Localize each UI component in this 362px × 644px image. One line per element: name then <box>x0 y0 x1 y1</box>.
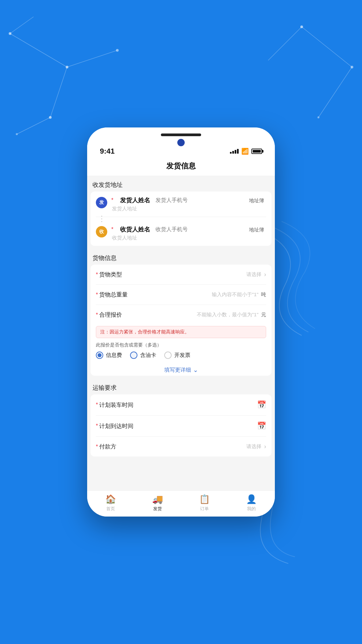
goods-section-label: 货物信息 <box>87 249 275 265</box>
sender-content: * 发货人姓名 发货人手机号 发货人地址 <box>111 196 247 212</box>
price-options-row: 信息费 含油卡 开发票 <box>96 352 266 359</box>
address-card: 发 * 发货人姓名 发货人手机号 发货人地址 地址簿 <box>90 192 272 246</box>
price-note: 注：因运力紧张，合理价格才能高速响应。 <box>96 326 266 338</box>
receiver-phone-label: 收货人手机号 <box>156 226 188 233</box>
fill-more-btn[interactable]: 填写更详细 ⌄ <box>96 362 266 376</box>
radio-invoice[interactable] <box>164 352 172 359</box>
nav-ship-label: 发货 <box>153 506 162 512</box>
chevron-right-icon: › <box>264 271 266 278</box>
goods-type-row[interactable]: * 货物类型 请选择 › <box>96 265 266 285</box>
page-content[interactable]: 收发货地址 发 * 发货人姓名 发货人手机号 发货人地址 地址簿 <box>87 176 275 490</box>
option-info-fee-label: 信息费 <box>106 352 122 359</box>
sender-address-placeholder: 发货人地址 <box>111 206 137 211</box>
svg-line-12 <box>268 27 302 60</box>
svg-point-14 <box>351 66 353 68</box>
goods-weight-label: * 货物总重量 <box>96 291 129 299</box>
payment-label: * 付款方 <box>96 443 129 450</box>
payment-row[interactable]: * 付款方 请选择 › <box>96 437 266 457</box>
goods-weight-input[interactable]: 输入内容不能小于"1" <box>129 291 258 298</box>
receiver-content: * 收货人姓名 收货人手机号 收货人地址 <box>111 225 247 241</box>
receiver-name-label: 收货人姓名 <box>120 225 150 233</box>
receiver-avatar: 收 <box>96 226 107 237</box>
nav-mine-label: 我的 <box>247 506 256 512</box>
load-time-label: * 计划装车时间 <box>96 401 133 409</box>
svg-line-11 <box>318 67 352 117</box>
option-invoice[interactable]: 开发票 <box>164 352 190 359</box>
phone-top-bar: 9:41 📶 <box>87 127 275 158</box>
home-icon: 🏠 <box>105 494 116 504</box>
radio-fuel-card[interactable] <box>130 352 137 359</box>
nav-home-label: 首页 <box>106 506 115 512</box>
goods-card: * 货物类型 请选择 › * 货物总重量 输入内容不能小于"1" 吨 * 合理报 <box>90 265 272 376</box>
svg-line-0 <box>10 34 67 67</box>
transport-section-label: 运输要求 <box>87 379 275 394</box>
svg-point-8 <box>116 49 119 52</box>
weight-unit: 吨 <box>261 291 266 298</box>
page-header: 发货信息 <box>87 158 275 176</box>
arrive-time-row[interactable]: * 计划到达时间 📅 <box>96 416 266 437</box>
address-section-label: 收发货地址 <box>87 176 275 192</box>
svg-point-9 <box>16 133 18 135</box>
bottom-nav: 🏠 首页 🚚 发货 📋 订单 👤 我的 <box>87 490 275 517</box>
payment-value: 请选择 <box>129 443 261 450</box>
goods-type-label: * 货物类型 <box>96 271 129 278</box>
receiver-address-placeholder: 收货人地址 <box>111 235 137 240</box>
svg-line-1 <box>50 67 67 117</box>
price-question: 此报价是否包含或需要（多选） <box>96 342 266 348</box>
option-fuel-card[interactable]: 含油卡 <box>130 352 156 359</box>
load-time-row[interactable]: * 计划装车时间 📅 <box>96 394 266 416</box>
svg-line-10 <box>302 27 352 67</box>
svg-line-3 <box>17 117 50 134</box>
arrive-time-label: * 计划到达时间 <box>96 422 133 430</box>
receiver-address-book-btn[interactable]: 地址簿 <box>247 225 266 234</box>
battery-icon <box>251 149 262 154</box>
phone-camera <box>177 139 185 146</box>
nav-mine[interactable]: 👤 我的 <box>228 494 275 512</box>
transport-card: * 计划装车时间 📅 * 计划到达时间 📅 * 付款方 <box>90 394 272 457</box>
page-title: 发货信息 <box>166 162 196 170</box>
chevron-down-icon: ⌄ <box>193 366 198 374</box>
svg-line-2 <box>67 50 117 67</box>
goods-price-input[interactable]: 不能输入小数，最小值为"1" <box>129 312 258 318</box>
nav-ship[interactable]: 🚚 发货 <box>134 494 181 512</box>
mine-icon: 👤 <box>246 494 257 504</box>
option-info-fee[interactable]: 信息费 <box>96 352 122 359</box>
goods-price-label: * 合理报价 <box>96 311 129 319</box>
sender-address-book-btn[interactable]: 地址簿 <box>247 196 266 205</box>
svg-line-4 <box>10 17 34 34</box>
nav-order-label: 订单 <box>200 506 209 512</box>
svg-point-5 <box>9 32 11 35</box>
order-icon: 📋 <box>199 494 210 504</box>
status-bar: 9:41 📶 <box>97 147 265 156</box>
svg-point-6 <box>66 66 68 68</box>
svg-point-13 <box>300 25 303 28</box>
nav-home[interactable]: 🏠 首页 <box>87 494 134 512</box>
radio-info-fee[interactable] <box>96 352 103 359</box>
price-unit: 元 <box>261 312 266 318</box>
signal-icon <box>230 149 239 154</box>
goods-price-row[interactable]: * 合理报价 不能输入小数，最小值为"1" 元 <box>96 305 266 325</box>
sender-name-label: 发货人姓名 <box>120 196 150 204</box>
connector-dot <box>101 218 102 219</box>
phone-shell: 9:41 📶 发货信息 收发货地址 <box>87 127 275 517</box>
nav-order[interactable]: 📋 订单 <box>181 494 228 512</box>
goods-weight-row[interactable]: * 货物总重量 输入内容不能小于"1" 吨 <box>96 285 266 305</box>
goods-type-value: 请选择 <box>129 271 261 278</box>
status-time: 9:41 <box>100 147 115 156</box>
load-time-calendar-icon[interactable]: 📅 <box>257 400 266 409</box>
payment-chevron-icon: › <box>264 443 266 450</box>
ship-icon: 🚚 <box>152 494 163 504</box>
arrive-time-calendar-icon[interactable]: 📅 <box>257 422 266 430</box>
status-icons: 📶 <box>230 148 262 155</box>
receiver-row[interactable]: 收 * 收货人姓名 收货人手机号 收货人地址 地址簿 <box>96 221 266 246</box>
option-invoice-label: 开发票 <box>174 352 190 359</box>
phone-notch <box>161 133 201 136</box>
wifi-icon: 📶 <box>241 148 249 155</box>
sender-avatar: 发 <box>96 197 107 208</box>
svg-point-7 <box>49 116 52 119</box>
sender-phone-label: 发货人手机号 <box>156 197 188 204</box>
svg-point-15 <box>317 116 319 118</box>
option-fuel-card-label: 含油卡 <box>140 352 156 359</box>
sender-row[interactable]: 发 * 发货人姓名 发货人手机号 发货人地址 地址簿 <box>96 192 266 217</box>
